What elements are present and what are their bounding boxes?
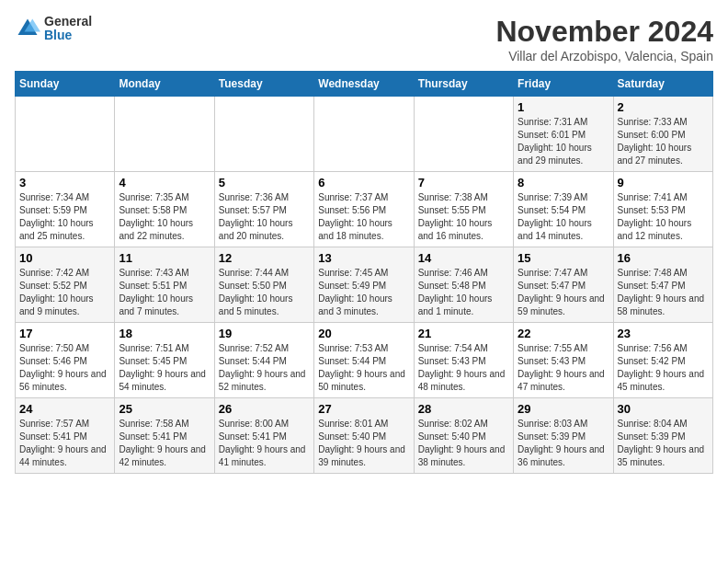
day-cell [16, 97, 115, 172]
day-cell: 20Sunrise: 7:53 AM Sunset: 5:44 PM Dayli… [314, 323, 414, 398]
day-number: 10 [19, 251, 110, 265]
day-cell: 26Sunrise: 8:00 AM Sunset: 5:41 PM Dayli… [214, 398, 313, 474]
calendar-table: SundayMondayTuesdayWednesdayThursdayFrid… [15, 71, 713, 474]
day-number: 26 [219, 402, 310, 416]
day-cell: 29Sunrise: 8:03 AM Sunset: 5:39 PM Dayli… [514, 398, 613, 474]
day-info: Sunrise: 7:39 AM Sunset: 5:54 PM Dayligh… [518, 191, 609, 243]
week-row-2: 10Sunrise: 7:42 AM Sunset: 5:52 PM Dayli… [16, 247, 713, 323]
day-number: 4 [119, 176, 210, 190]
day-info: Sunrise: 7:43 AM Sunset: 5:51 PM Dayligh… [119, 267, 210, 318]
day-info: Sunrise: 7:55 AM Sunset: 5:43 PM Dayligh… [518, 342, 609, 394]
logo-blue-text: Blue [44, 28, 72, 42]
day-cell: 15Sunrise: 7:47 AM Sunset: 5:47 PM Dayli… [514, 247, 613, 323]
day-info: Sunrise: 7:36 AM Sunset: 5:57 PM Dayligh… [219, 191, 310, 243]
day-number: 13 [318, 251, 409, 265]
day-number: 16 [618, 251, 709, 265]
day-cell: 8Sunrise: 7:39 AM Sunset: 5:54 PM Daylig… [514, 172, 613, 247]
day-info: Sunrise: 7:52 AM Sunset: 5:44 PM Dayligh… [219, 342, 310, 394]
day-info: Sunrise: 7:50 AM Sunset: 5:46 PM Dayligh… [19, 342, 110, 394]
day-info: Sunrise: 8:00 AM Sunset: 5:41 PM Dayligh… [219, 418, 310, 469]
day-number: 15 [518, 251, 609, 265]
day-number: 21 [418, 327, 509, 340]
day-cell: 22Sunrise: 7:55 AM Sunset: 5:43 PM Dayli… [514, 323, 613, 398]
header-cell-wednesday: Wednesday [314, 72, 414, 97]
day-info: Sunrise: 7:56 AM Sunset: 5:42 PM Dayligh… [618, 342, 709, 394]
day-cell: 18Sunrise: 7:51 AM Sunset: 5:45 PM Dayli… [115, 323, 214, 398]
day-cell: 28Sunrise: 8:02 AM Sunset: 5:40 PM Dayli… [414, 398, 513, 474]
day-cell: 11Sunrise: 7:43 AM Sunset: 5:51 PM Dayli… [115, 247, 214, 323]
day-number: 1 [518, 100, 609, 114]
day-cell: 9Sunrise: 7:41 AM Sunset: 5:53 PM Daylig… [613, 172, 712, 247]
week-row-1: 3Sunrise: 7:34 AM Sunset: 5:59 PM Daylig… [16, 172, 713, 247]
header: General Blue November 2024 Villar del Ar… [15, 15, 713, 63]
day-cell: 1Sunrise: 7:31 AM Sunset: 6:01 PM Daylig… [514, 97, 613, 172]
title-area: November 2024 Villar del Arzobispo, Vale… [495, 15, 713, 63]
day-number: 27 [318, 402, 409, 416]
header-cell-saturday: Saturday [613, 72, 712, 97]
day-cell: 24Sunrise: 7:57 AM Sunset: 5:41 PM Dayli… [16, 398, 115, 474]
week-row-4: 24Sunrise: 7:57 AM Sunset: 5:41 PM Dayli… [16, 398, 713, 474]
day-number: 30 [618, 402, 709, 416]
day-info: Sunrise: 7:35 AM Sunset: 5:58 PM Dayligh… [119, 191, 210, 243]
day-number: 12 [219, 251, 310, 265]
day-number: 11 [119, 251, 210, 265]
day-info: Sunrise: 7:57 AM Sunset: 5:41 PM Dayligh… [19, 418, 110, 469]
day-number: 7 [418, 176, 509, 190]
day-number: 17 [19, 327, 110, 340]
day-info: Sunrise: 7:38 AM Sunset: 5:55 PM Dayligh… [418, 191, 509, 243]
day-number: 18 [119, 327, 210, 340]
day-number: 2 [618, 100, 709, 114]
day-cell: 2Sunrise: 7:33 AM Sunset: 6:00 PM Daylig… [613, 97, 712, 172]
day-info: Sunrise: 7:33 AM Sunset: 6:00 PM Dayligh… [618, 116, 709, 167]
day-cell: 19Sunrise: 7:52 AM Sunset: 5:44 PM Dayli… [214, 323, 313, 398]
day-cell: 4Sunrise: 7:35 AM Sunset: 5:58 PM Daylig… [115, 172, 214, 247]
day-info: Sunrise: 8:02 AM Sunset: 5:40 PM Dayligh… [418, 418, 509, 469]
day-cell: 30Sunrise: 8:04 AM Sunset: 5:39 PM Dayli… [613, 398, 712, 474]
day-cell: 17Sunrise: 7:50 AM Sunset: 5:46 PM Dayli… [16, 323, 115, 398]
logo-icon [15, 16, 40, 41]
day-info: Sunrise: 8:03 AM Sunset: 5:39 PM Dayligh… [518, 418, 609, 469]
day-info: Sunrise: 7:58 AM Sunset: 5:41 PM Dayligh… [119, 418, 210, 469]
day-number: 29 [518, 402, 609, 416]
day-info: Sunrise: 7:44 AM Sunset: 5:50 PM Dayligh… [219, 267, 310, 318]
day-number: 24 [19, 402, 110, 416]
day-cell [214, 97, 313, 172]
day-cell: 27Sunrise: 8:01 AM Sunset: 5:40 PM Dayli… [314, 398, 414, 474]
day-cell: 6Sunrise: 7:37 AM Sunset: 5:56 PM Daylig… [314, 172, 414, 247]
day-info: Sunrise: 7:45 AM Sunset: 5:49 PM Dayligh… [318, 267, 409, 318]
header-cell-monday: Monday [115, 72, 214, 97]
header-cell-thursday: Thursday [414, 72, 513, 97]
header-cell-sunday: Sunday [16, 72, 115, 97]
day-cell [414, 97, 513, 172]
day-cell [314, 97, 414, 172]
day-number: 19 [219, 327, 310, 340]
day-info: Sunrise: 8:01 AM Sunset: 5:40 PM Dayligh… [318, 418, 409, 469]
day-info: Sunrise: 7:46 AM Sunset: 5:48 PM Dayligh… [418, 267, 509, 318]
header-row: SundayMondayTuesdayWednesdayThursdayFrid… [16, 72, 713, 97]
day-cell: 3Sunrise: 7:34 AM Sunset: 5:59 PM Daylig… [16, 172, 115, 247]
day-info: Sunrise: 7:31 AM Sunset: 6:01 PM Dayligh… [518, 116, 609, 167]
day-number: 25 [119, 402, 210, 416]
day-info: Sunrise: 8:04 AM Sunset: 5:39 PM Dayligh… [618, 418, 709, 469]
day-cell: 13Sunrise: 7:45 AM Sunset: 5:49 PM Dayli… [314, 247, 414, 323]
day-info: Sunrise: 7:48 AM Sunset: 5:47 PM Dayligh… [618, 267, 709, 318]
day-cell [115, 97, 214, 172]
day-info: Sunrise: 7:42 AM Sunset: 5:52 PM Dayligh… [19, 267, 110, 318]
day-number: 5 [219, 176, 310, 190]
day-info: Sunrise: 7:41 AM Sunset: 5:53 PM Dayligh… [618, 191, 709, 243]
day-number: 28 [418, 402, 509, 416]
day-number: 14 [418, 251, 509, 265]
day-number: 8 [518, 176, 609, 190]
day-number: 6 [318, 176, 409, 190]
day-cell: 16Sunrise: 7:48 AM Sunset: 5:47 PM Dayli… [613, 247, 712, 323]
day-cell: 10Sunrise: 7:42 AM Sunset: 5:52 PM Dayli… [16, 247, 115, 323]
day-number: 22 [518, 327, 609, 340]
day-cell: 14Sunrise: 7:46 AM Sunset: 5:48 PM Dayli… [414, 247, 513, 323]
calendar-body: 1Sunrise: 7:31 AM Sunset: 6:01 PM Daylig… [16, 97, 713, 474]
week-row-0: 1Sunrise: 7:31 AM Sunset: 6:01 PM Daylig… [16, 97, 713, 172]
logo-general-text: General [44, 14, 92, 29]
day-info: Sunrise: 7:37 AM Sunset: 5:56 PM Dayligh… [318, 191, 409, 243]
day-info: Sunrise: 7:47 AM Sunset: 5:47 PM Dayligh… [518, 267, 609, 318]
calendar-header: SundayMondayTuesdayWednesdayThursdayFrid… [16, 72, 713, 97]
day-number: 9 [618, 176, 709, 190]
